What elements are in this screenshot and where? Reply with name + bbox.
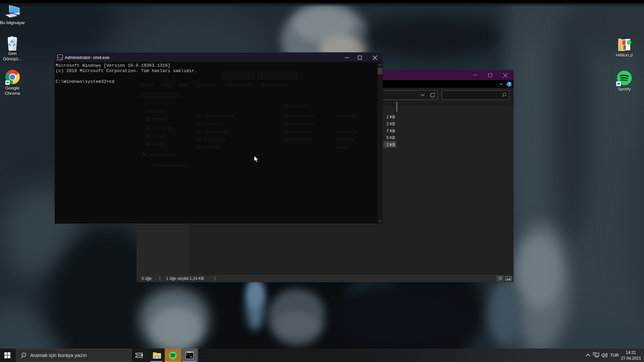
- svg-text:?: ?: [508, 82, 511, 86]
- svg-text:C:\: C:\: [58, 56, 62, 59]
- svg-text:C:\: C:\: [186, 354, 190, 356]
